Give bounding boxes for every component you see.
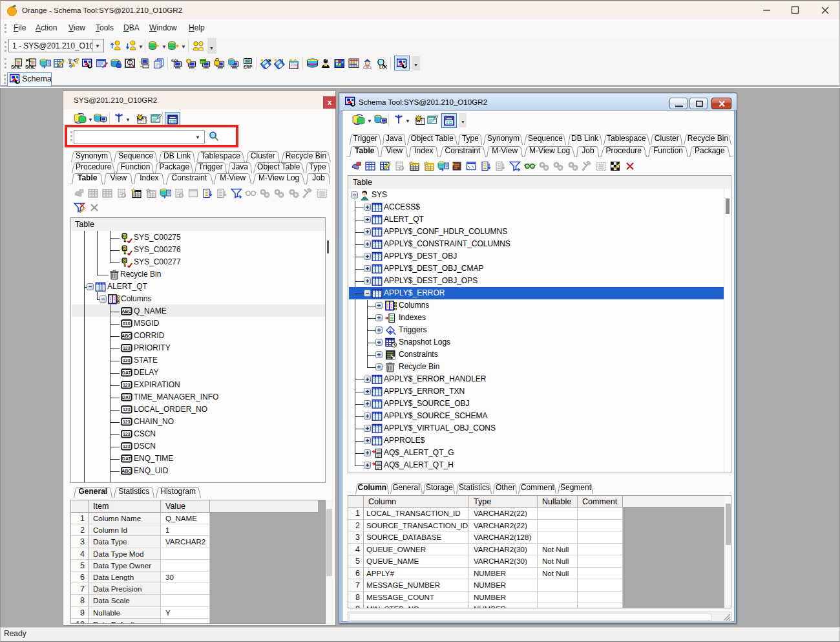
svg-text:123: 123: [123, 407, 131, 412]
svg-text:ABC: ABC: [121, 309, 131, 314]
svg-text:123: 123: [123, 432, 131, 436]
svg-text:ABC: ABC: [121, 334, 131, 338]
svg-text:LOG: LOG: [379, 65, 387, 69]
svg-text:010: 010: [123, 321, 131, 326]
svg-text:123: 123: [123, 358, 131, 363]
svg-text:I: I: [282, 58, 283, 63]
svg-text:DAT: DAT: [122, 456, 132, 461]
svg-text:ERP: ERP: [244, 65, 253, 69]
svg-text:DAT: DAT: [122, 395, 132, 400]
svg-text:123: 123: [123, 346, 131, 350]
svg-text:SQL: SQL: [25, 64, 36, 69]
svg-text:E: E: [268, 58, 271, 63]
svg-text:123: 123: [123, 383, 131, 387]
svg-text:DAT: DAT: [122, 370, 132, 375]
svg-text:ABC: ABC: [121, 469, 131, 473]
svg-text:SQL: SQL: [11, 64, 21, 69]
svg-text:123: 123: [123, 420, 131, 424]
svg-text:123: 123: [123, 444, 131, 449]
svg-text:SQL: SQL: [171, 59, 180, 63]
svg-text:PL: PL: [26, 58, 31, 63]
